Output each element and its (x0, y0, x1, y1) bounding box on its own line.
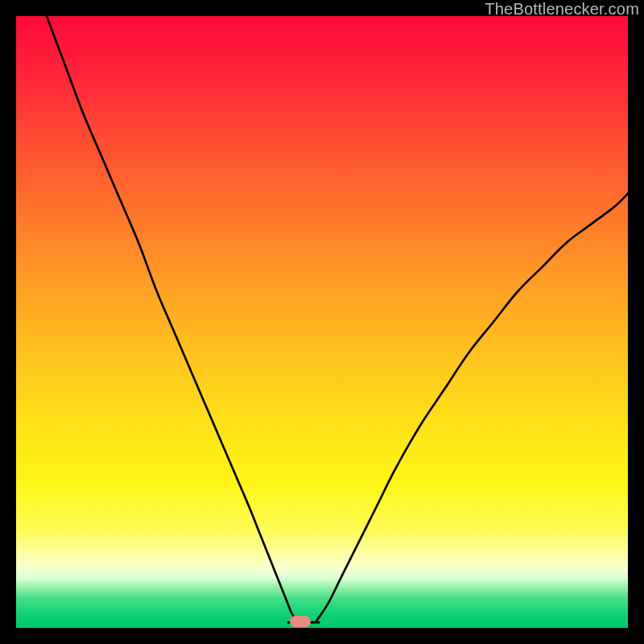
bottleneck-curve-path (47, 16, 628, 623)
plot-area (16, 16, 628, 628)
curve-svg (16, 16, 628, 628)
optimal-marker (290, 616, 311, 627)
chart-stage: TheBottlenecker.com (0, 0, 644, 644)
